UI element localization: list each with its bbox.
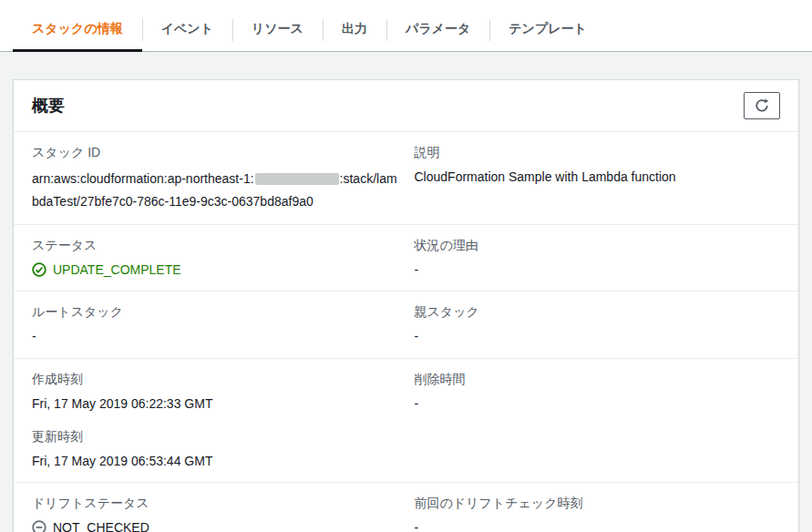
- root-stack-value: -: [32, 327, 398, 345]
- check-circle-icon: [32, 262, 46, 277]
- stack-id-value: arn:aws:cloudformation:ap-northeast-1::s…: [32, 168, 398, 212]
- field-description: 説明 CloudFormation Sample with Lambda fun…: [415, 145, 781, 212]
- field-label: 説明: [415, 145, 781, 161]
- field-drift-status: ドリフトステータス NOT_CHECKED: [32, 496, 398, 532]
- tab-outputs[interactable]: 出力: [323, 9, 386, 51]
- overview-panel-header: 概要: [14, 80, 798, 132]
- status-reason-value: -: [415, 261, 781, 279]
- field-updated-time: 更新時刻 Fri, 17 May 2019 06:53:44 GMT: [32, 429, 398, 470]
- field-last-drift-check: 前回のドリフトチェック時刻 -: [415, 496, 781, 532]
- field-parent-stack: 親スタック -: [415, 304, 781, 345]
- tab-events[interactable]: イベント: [142, 9, 232, 51]
- row-stackid-description: スタック ID arn:aws:cloudformation:ap-northe…: [14, 132, 798, 225]
- tab-stack-info[interactable]: スタックの情報: [13, 9, 142, 51]
- updated-time-value: Fri, 17 May 2019 06:53:44 GMT: [32, 452, 398, 470]
- field-label: スタック ID: [32, 145, 398, 161]
- drift-status-value: NOT_CHECKED: [32, 518, 398, 532]
- parent-stack-value: -: [415, 327, 781, 345]
- status-value: UPDATE_COMPLETE: [32, 261, 398, 279]
- field-status-reason: 状況の理由 -: [415, 238, 781, 279]
- deleted-time-value: -: [415, 394, 781, 413]
- field-deleted-time: 削除時間 -: [415, 372, 781, 471]
- row-times: 作成時刻 Fri, 17 May 2019 06:22:33 GMT 更新時刻 …: [14, 359, 798, 484]
- overview-panel: 概要 スタック ID arn:aws:cloudformation:ap-nor…: [13, 79, 799, 532]
- field-label: 前回のドリフトチェック時刻: [415, 496, 781, 512]
- field-root-stack: ルートスタック -: [32, 304, 398, 345]
- tab-resources[interactable]: リソース: [232, 9, 323, 51]
- field-label: 作成時刻: [32, 372, 398, 388]
- field-label: ステータス: [32, 238, 398, 254]
- status-text: UPDATE_COMPLETE: [53, 261, 181, 279]
- field-label: 親スタック: [415, 304, 781, 321]
- row-root-parent: ルートスタック - 親スタック -: [14, 292, 798, 358]
- drift-status-text: NOT_CHECKED: [53, 518, 149, 532]
- field-label: ルートスタック: [32, 304, 398, 321]
- field-label: 状況の理由: [415, 238, 781, 254]
- refresh-button[interactable]: [744, 92, 780, 119]
- row-drift: ドリフトステータス NOT_CHECKED 前回のドリフトチェック時刻 -: [14, 483, 798, 532]
- field-label: 削除時間: [415, 372, 781, 388]
- tab-parameters[interactable]: パラメータ: [386, 9, 489, 51]
- field-stack-id: スタック ID arn:aws:cloudformation:ap-northe…: [32, 145, 398, 212]
- time-fields-column: 作成時刻 Fri, 17 May 2019 06:22:33 GMT 更新時刻 …: [32, 372, 398, 471]
- field-status: ステータス UPDATE_COMPLETE: [32, 238, 398, 279]
- panel-title: 概要: [32, 95, 65, 117]
- row-status-reason: ステータス UPDATE_COMPLETE 状況の理由 -: [14, 225, 798, 292]
- created-time-value: Fri, 17 May 2019 06:22:33 GMT: [32, 394, 398, 413]
- stack-detail-tabs: スタックの情報 イベント リソース 出力 パラメータ テンプレート: [0, 0, 812, 52]
- last-drift-check-value: -: [415, 518, 781, 532]
- field-created-time: 作成時刻 Fri, 17 May 2019 06:22:33 GMT: [32, 372, 398, 413]
- arn-prefix: arn:aws:cloudformation:ap-northeast-1:: [32, 171, 254, 186]
- description-value: CloudFormation Sample with Lambda functi…: [415, 168, 781, 186]
- redacted-account-id: [255, 173, 339, 185]
- field-label: ドリフトステータス: [32, 496, 398, 512]
- minus-circle-icon: [32, 520, 46, 532]
- refresh-icon: [755, 98, 769, 113]
- field-label: 更新時刻: [32, 429, 398, 445]
- tab-template[interactable]: テンプレート: [489, 9, 606, 51]
